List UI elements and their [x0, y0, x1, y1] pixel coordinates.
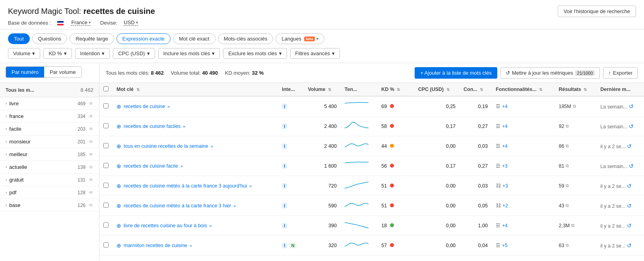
row-checkbox[interactable]: [103, 103, 109, 108]
tab-mots-cles-associes[interactable]: Mots-clés associés: [218, 33, 274, 44]
row-checkbox[interactable]: [103, 123, 109, 128]
refresh-icon[interactable]: ↺: [627, 242, 632, 249]
row-checkbox[interactable]: [103, 242, 109, 247]
keyword-plus-icon[interactable]: ⊕: [116, 143, 121, 149]
volume-cell: 390: [304, 216, 340, 236]
feature-plus[interactable]: +4: [502, 124, 508, 129]
tab-questions[interactable]: Questions: [32, 33, 68, 44]
tab-requete-large[interactable]: Requête large: [70, 33, 114, 44]
refresh-icon[interactable]: ↺: [629, 163, 634, 169]
keyword-plus-icon[interactable]: ⊕: [116, 183, 121, 189]
export-button[interactable]: ↑ Exporter: [603, 67, 638, 79]
sort-par-numero[interactable]: Par numéro: [6, 67, 44, 77]
results-sort-icon[interactable]: ⇅: [584, 87, 587, 92]
sort-par-volume[interactable]: Par volume: [44, 67, 81, 77]
keyword-link[interactable]: recettes de cuisine: [124, 104, 165, 109]
feature-plus[interactable]: +2: [502, 203, 508, 209]
last-update-value: il y a 2 se...: [600, 184, 625, 189]
intent-badge-i: I: [282, 104, 287, 109]
sidebar-item-pdf[interactable]: › pdf 128 👁: [0, 186, 99, 199]
trend-chart: [345, 160, 369, 171]
sidebar-item-france[interactable]: › france 334 👁: [0, 110, 99, 123]
refresh-icon[interactable]: ↺: [627, 203, 632, 209]
keyword-link[interactable]: livre de recettes cuisine au four à bois: [124, 223, 207, 228]
update-metrics-button[interactable]: ↺ Mettre à jour les métriques 21/1000: [500, 67, 600, 79]
filter-avances[interactable]: Filtres avancés ▾: [290, 48, 340, 59]
trend-chart: [345, 219, 369, 230]
row-checkbox[interactable]: [103, 203, 109, 208]
row-checkbox[interactable]: [103, 222, 109, 228]
sidebar-item-left: › facile: [6, 126, 21, 132]
trend-chart: [345, 239, 369, 250]
refresh-icon[interactable]: ↺: [629, 123, 634, 130]
keyword-plus-icon[interactable]: ⊕: [116, 203, 121, 209]
tab-tout[interactable]: Tout: [8, 33, 30, 44]
sidebar-item-meilleur[interactable]: › meilleur 185 👁: [0, 148, 99, 161]
feat-sort-icon[interactable]: ⇅: [539, 87, 542, 92]
currency-dropdown[interactable]: USD ▾: [124, 19, 138, 26]
sidebar-item-base[interactable]: › base 126 👁: [0, 199, 99, 212]
com-sort-icon[interactable]: ⇅: [480, 87, 483, 92]
select-all-checkbox[interactable]: [103, 86, 109, 91]
keyword-cell: ⊕ pinterest recettes de cuisine »: [113, 255, 278, 261]
feature-plus[interactable]: +5: [502, 243, 508, 248]
cpc-cell: 0,00: [414, 176, 460, 196]
keyword-link[interactable]: tous en cuisine recettes de la semaine: [124, 143, 208, 149]
keyword-arrows-icon: »: [183, 124, 185, 129]
keyword-link[interactable]: recettes de cuisine météo à la carte fra…: [124, 203, 231, 209]
filter-kd[interactable]: KD % ▾: [43, 48, 72, 59]
filter-inclure[interactable]: Inclure les mots clés ▾: [158, 48, 220, 59]
expand-icon: ›: [6, 165, 7, 169]
sidebar-item-monsieur[interactable]: › monsieur 201 👁: [0, 135, 99, 148]
feature-plus[interactable]: +3: [502, 183, 508, 189]
keyword-plus-icon[interactable]: ⊕: [116, 123, 121, 130]
trend-chart: [345, 100, 369, 111]
tab-langues[interactable]: Langues beta ▾: [275, 33, 324, 44]
filter-cpc[interactable]: CPC (USD) ▾: [113, 48, 155, 59]
keyword-plus-icon[interactable]: ⊕: [116, 242, 121, 249]
add-list-button[interactable]: + Ajouter à la liste de mots clés: [415, 67, 497, 79]
sidebar-item-livre[interactable]: › livre 469 👁: [0, 97, 99, 110]
sidebar-item-gratuit[interactable]: › gratuit 131 👁: [0, 174, 99, 186]
expand-icon: ›: [6, 178, 7, 182]
volume-sort-icon[interactable]: ⇅: [328, 87, 331, 92]
sidebar-item-facile[interactable]: › facile 203 👁: [0, 123, 99, 135]
sidebar-header: Tous les m... 8 462: [0, 83, 99, 97]
row-checkbox[interactable]: [103, 143, 109, 148]
keyword-cell: ⊕ livre de recettes cuisine au four à bo…: [113, 216, 278, 236]
kd-sort-icon[interactable]: ⇅: [397, 87, 400, 92]
feature-plus[interactable]: +4: [502, 223, 508, 228]
database-dropdown[interactable]: France ▾: [71, 19, 90, 26]
keyword-link[interactable]: recettes de cuisine météo à la carte fra…: [124, 183, 247, 189]
history-button[interactable]: Voir l'historique de recherche: [558, 6, 636, 17]
tab-expression-exacte[interactable]: Expression exacte: [116, 33, 171, 44]
sidebar-item-actuelle[interactable]: › actuelle 139 👁: [0, 161, 99, 174]
keyword-plus-icon[interactable]: ⊕: [116, 103, 121, 110]
filter-volume[interactable]: Volume ▾: [8, 48, 40, 59]
refresh-icon[interactable]: ↺: [627, 222, 632, 229]
filter-intention[interactable]: Intention ▾: [75, 48, 110, 59]
keyword-link[interactable]: recettes de cuisine faciles: [124, 124, 180, 129]
row-checkbox[interactable]: [103, 163, 109, 168]
filter-exclure[interactable]: Exclure les mots clés ▾: [223, 48, 287, 59]
refresh-icon[interactable]: ↺: [627, 143, 632, 149]
sidebar-item-count: 203: [78, 126, 85, 132]
row-checkbox[interactable]: [103, 183, 109, 188]
keyword-sort-icon[interactable]: ⇅: [136, 87, 140, 92]
keyword-link[interactable]: marmiton recettes de cuisine: [124, 243, 187, 248]
keyword-plus-icon[interactable]: ⊕: [116, 163, 121, 169]
tab-mot-cle-exact[interactable]: Mot clé exact: [173, 33, 215, 44]
kd-cell: 29: [377, 255, 414, 261]
eye-icon: 👁: [89, 126, 93, 132]
refresh-icon[interactable]: ↺: [627, 183, 632, 189]
feature-plus[interactable]: +4: [502, 143, 508, 149]
feature-plus[interactable]: +3: [502, 163, 508, 169]
feature-icon: ☰: [496, 222, 500, 228]
refresh-icon[interactable]: ↺: [629, 103, 634, 110]
cpc-sort-icon[interactable]: ⇅: [446, 87, 450, 92]
feature-plus[interactable]: +4: [502, 104, 508, 109]
keyword-link[interactable]: recettes de cuisine facile: [124, 163, 178, 169]
keyword-arrows-icon: »: [167, 104, 170, 109]
intent-badge-i: I: [282, 243, 287, 248]
keyword-plus-icon[interactable]: ⊕: [116, 222, 121, 229]
